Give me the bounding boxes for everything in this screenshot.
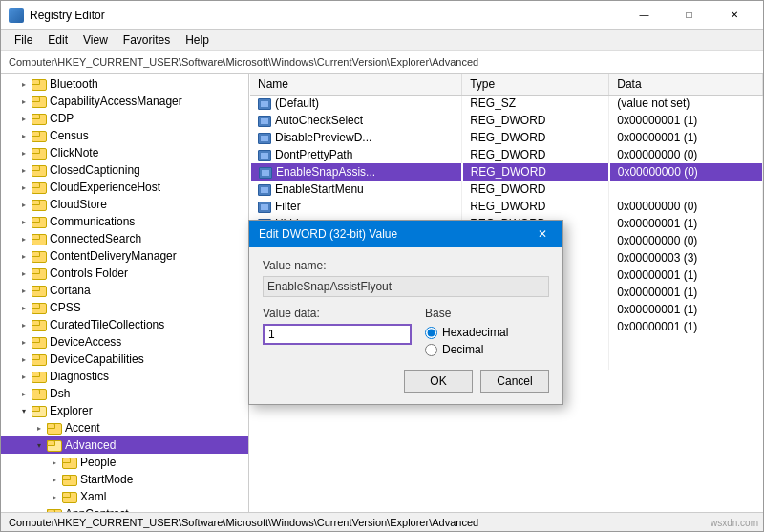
hex-label: Hexadecimal — [442, 326, 508, 339]
reg-data-cell: 0x00000001 (1) — [609, 301, 763, 318]
tree-item-cdp[interactable]: ▸CDP — [1, 110, 248, 127]
tree-toggle: ▾ — [16, 402, 32, 419]
table-row[interactable]: (Default)REG_SZ(value not set) — [250, 95, 763, 112]
tree-item-cortana[interactable]: ▸Cortana — [1, 282, 248, 299]
tree-item-dsh[interactable]: ▸Dsh — [1, 385, 248, 402]
tree-pane[interactable]: ▸Bluetooth▸CapabilityAccessManager▸CDP▸C… — [1, 74, 249, 512]
table-row[interactable]: DisablePreviewD...REG_DWORD0x00000001 (1… — [250, 129, 763, 146]
reg-type-cell: REG_SZ — [462, 95, 609, 112]
tree-item-curatedtilecollections[interactable]: ▸CuratedTileCollections — [1, 316, 248, 333]
dialog-body: Value name: Value data: Base Hexadecimal… — [249, 247, 562, 404]
tree-item-controls-folder[interactable]: ▸Controls Folder — [1, 265, 248, 282]
reg-icon — [258, 116, 271, 127]
menu-item-file[interactable]: File — [7, 32, 40, 49]
tree-item-communications[interactable]: ▸Communications — [1, 213, 248, 230]
tree-label: DeviceAccess — [50, 335, 121, 349]
table-row[interactable]: EnableStartMenuREG_DWORD — [250, 181, 763, 198]
tree-item-cloudexperiencehost[interactable]: ▸CloudExperienceHost — [1, 179, 248, 196]
table-row[interactable]: DontPrettyPathREG_DWORD0x00000000 (0) — [250, 146, 763, 163]
tree-toggle: ▸ — [32, 419, 47, 436]
tree-item-deviceaccess[interactable]: ▸DeviceAccess — [1, 333, 248, 351]
address-bar: Computer\HKEY_CURRENT_USER\Software\Micr… — [1, 51, 763, 74]
cancel-button[interactable]: Cancel — [480, 370, 549, 393]
tree-label: ContentDeliveryManager — [50, 249, 177, 263]
maximize-button[interactable]: □ — [668, 2, 711, 29]
reg-name-cell: DisablePreviewD... — [250, 129, 462, 146]
reg-icon — [258, 98, 271, 110]
tree-toggle: ▸ — [16, 144, 32, 161]
tree-toggle: ▸ — [16, 316, 32, 333]
tree-toggle: ▸ — [32, 505, 47, 512]
reg-data-cell — [609, 335, 763, 352]
menu-item-edit[interactable]: Edit — [40, 32, 75, 49]
hex-radio[interactable] — [425, 327, 437, 339]
table-row[interactable]: FilterREG_DWORD0x00000000 (0) — [250, 198, 763, 215]
menu-item-favorites[interactable]: Favorites — [116, 32, 178, 49]
folder-icon — [32, 266, 47, 280]
tree-item-contentdeliverymanager[interactable]: ▸ContentDeliveryManager — [1, 247, 248, 265]
reg-data-cell: 0x00000000 (0) — [609, 163, 763, 181]
tree-item-cpss[interactable]: ▸CPSS — [1, 299, 248, 316]
folder-icon — [32, 387, 47, 400]
table-row[interactable]: EnableSnapAssis...REG_DWORD0x00000000 (0… — [250, 163, 763, 181]
folder-icon — [32, 215, 47, 228]
tree-item-startmode[interactable]: ▸StartMode — [1, 471, 248, 488]
tree-toggle: ▸ — [16, 265, 32, 282]
tree-toggle: ▸ — [16, 93, 32, 110]
tree-item-capabilityaccessmanager[interactable]: ▸CapabilityAccessManager — [1, 93, 248, 110]
value-name-input[interactable] — [263, 276, 549, 297]
ok-button[interactable]: OK — [404, 370, 473, 393]
reg-type-cell: REG_DWORD — [462, 129, 609, 146]
tree-label: Controls Folder — [50, 266, 128, 280]
base-section: Base Hexadecimal Decimal — [425, 307, 549, 360]
tree-item-clicknote[interactable]: ▸ClickNote — [1, 144, 248, 161]
tree-toggle: ▸ — [16, 161, 32, 179]
reg-icon — [258, 202, 271, 213]
tree-item-cloudstore[interactable]: ▸CloudStore — [1, 196, 248, 213]
col-name: Name — [250, 74, 462, 95]
tree-item-connectedsearch[interactable]: ▸ConnectedSearch — [1, 230, 248, 247]
tree-item-advanced[interactable]: ▾Advanced — [1, 436, 248, 454]
folder-icon — [32, 129, 47, 142]
menu-item-view[interactable]: View — [75, 32, 116, 49]
folder-icon — [32, 301, 47, 314]
minimize-button[interactable]: — — [623, 2, 666, 29]
dec-radio[interactable] — [425, 344, 437, 356]
tree-item-diagnostics[interactable]: ▸Diagnostics — [1, 368, 248, 385]
tree-item-accent[interactable]: ▸Accent — [1, 419, 248, 436]
reg-type-cell: REG_DWORD — [462, 163, 609, 181]
value-name-label: Value name: — [263, 259, 549, 272]
dialog-close-button[interactable]: ✕ — [532, 223, 553, 245]
tree-item-closedcaptioning[interactable]: ▸ClosedCaptioning — [1, 161, 248, 179]
tree-toggle: ▸ — [16, 230, 32, 247]
dialog-title-bar: Edit DWORD (32-bit) Value ✕ — [249, 221, 562, 247]
close-button[interactable]: ✕ — [712, 2, 755, 29]
folder-icon — [62, 456, 77, 469]
table-row[interactable]: AutoCheckSelectREG_DWORD0x00000001 (1) — [250, 112, 763, 129]
folder-icon — [32, 181, 47, 194]
folder-icon — [32, 318, 47, 331]
tree-toggle: ▸ — [47, 454, 62, 471]
tree-item-census[interactable]: ▸Census — [1, 127, 248, 144]
reg-data-cell — [609, 181, 763, 198]
reg-data-cell: 0x00000000 (0) — [609, 232, 763, 249]
tree-label: DeviceCapabilities — [50, 352, 144, 366]
tree-toggle: ▸ — [16, 75, 32, 93]
window-title: Registry Editor — [30, 9, 623, 22]
value-data-input[interactable] — [263, 324, 412, 345]
tree-label: Accent — [65, 421, 100, 435]
tree-toggle: ▸ — [16, 368, 32, 385]
folder-icon — [62, 490, 77, 503]
tree-item-bluetooth[interactable]: ▸Bluetooth — [1, 75, 248, 93]
reg-data-cell: 0x00000000 (0) — [609, 198, 763, 215]
menu-item-help[interactable]: Help — [178, 32, 217, 49]
tree-item-people[interactable]: ▸People — [1, 454, 248, 471]
tree-item-appcontract[interactable]: ▸AppContract — [1, 505, 248, 512]
tree-item-devicecapabilities[interactable]: ▸DeviceCapabilities — [1, 351, 248, 368]
tree-item-xaml[interactable]: ▸Xaml — [1, 488, 248, 505]
tree-item-explorer[interactable]: ▾Explorer — [1, 402, 248, 419]
tree-toggle: ▾ — [32, 436, 47, 454]
tree-toggle: ▸ — [16, 127, 32, 144]
reg-icon — [258, 184, 271, 196]
address-path: Computer\HKEY_CURRENT_USER\Software\Micr… — [9, 56, 478, 68]
